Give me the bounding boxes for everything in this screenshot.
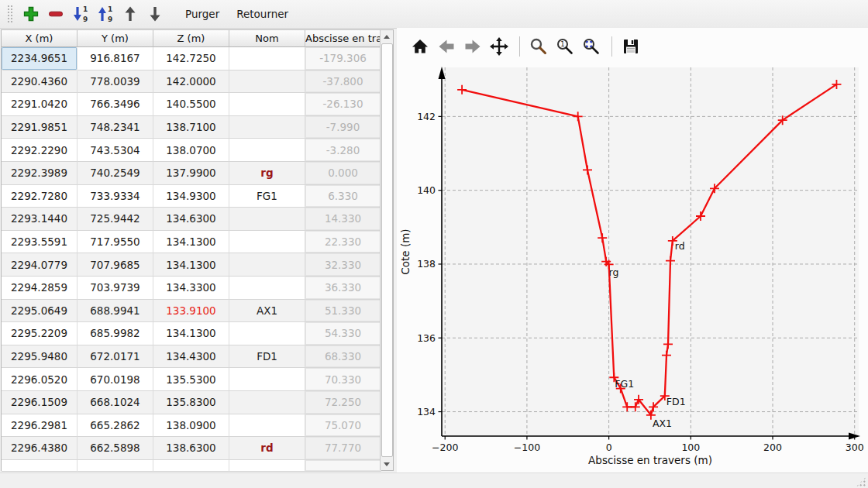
cell-absc[interactable]: 68.330 xyxy=(305,345,381,369)
cell-x[interactable]: 2294.2859 xyxy=(2,277,78,300)
profile-chart-canvas[interactable]: −200−1000100200300134136138140142Absciss… xyxy=(397,66,868,473)
cell-empty[interactable] xyxy=(229,460,305,472)
cell-nom[interactable] xyxy=(229,116,305,139)
zoom-rect-button[interactable] xyxy=(579,33,604,60)
cell-z[interactable]: 138.0900 xyxy=(153,414,229,438)
cell-x[interactable]: 2291.9851 xyxy=(2,116,78,139)
cell-absc[interactable]: 77.770 xyxy=(305,437,381,460)
cell-y[interactable]: 707.9685 xyxy=(78,253,153,277)
cell-absc[interactable]: 75.070 xyxy=(305,414,381,438)
cell-x[interactable]: 2296.4380 xyxy=(2,437,78,460)
zoom-original-button[interactable]: 1 xyxy=(553,33,577,60)
move-up-button[interactable] xyxy=(118,2,143,26)
cell-absc[interactable]: 36.330 xyxy=(305,277,381,300)
cell-nom[interactable] xyxy=(229,93,305,116)
cell-y[interactable]: 668.1024 xyxy=(78,391,153,414)
cell-absc[interactable]: 0.000 xyxy=(305,162,381,185)
cell-nom[interactable] xyxy=(229,47,305,70)
cell-absc[interactable]: 14.330 xyxy=(305,208,381,231)
cell-z[interactable]: 138.0700 xyxy=(153,139,229,162)
cell-z[interactable]: 142.0000 xyxy=(153,70,229,94)
table-vertical-scrollbar[interactable] xyxy=(380,30,393,470)
cell-y[interactable]: 688.9941 xyxy=(78,300,153,323)
cell-nom[interactable]: FG1 xyxy=(229,185,305,208)
add-row-button[interactable] xyxy=(19,2,43,26)
cell-x[interactable]: 2234.9651 xyxy=(2,47,78,70)
toolbar-drag-handle[interactable] xyxy=(6,4,12,24)
cell-z[interactable]: 134.6300 xyxy=(153,208,229,231)
cell-nom[interactable]: rd xyxy=(229,437,305,460)
cell-nom[interactable]: AX1 xyxy=(229,300,305,323)
cell-y[interactable]: 662.5898 xyxy=(78,437,153,460)
remove-row-button[interactable] xyxy=(43,2,68,26)
cell-x[interactable]: 2295.9480 xyxy=(2,345,78,369)
cell-z[interactable]: 138.6300 xyxy=(153,437,229,460)
cell-y[interactable]: 740.2549 xyxy=(78,162,153,185)
scrollbar-thumb[interactable] xyxy=(381,43,393,457)
scroll-up-button[interactable] xyxy=(381,30,393,43)
cell-z[interactable]: 134.9300 xyxy=(153,185,229,208)
cell-z[interactable]: 140.5500 xyxy=(153,93,229,116)
header-abscisse[interactable]: Abscisse en travers xyxy=(305,30,381,47)
cell-x[interactable]: 2293.1440 xyxy=(2,208,78,231)
cell-nom[interactable] xyxy=(229,414,305,438)
scroll-down-button[interactable] xyxy=(381,458,393,470)
cell-x[interactable]: 2292.7280 xyxy=(2,185,78,208)
cell-empty[interactable] xyxy=(78,460,153,472)
sort-ascending-button[interactable]: 1 9 xyxy=(93,2,118,26)
cell-absc[interactable]: -7.990 xyxy=(305,116,381,139)
resize-grip[interactable] xyxy=(856,476,866,487)
cell-x[interactable]: 2292.2290 xyxy=(2,139,78,162)
cell-absc[interactable]: 72.250 xyxy=(305,391,381,414)
cell-absc[interactable]: 22.330 xyxy=(305,231,381,254)
cell-y[interactable]: 748.2341 xyxy=(78,116,153,139)
cell-nom[interactable] xyxy=(229,208,305,231)
cell-empty[interactable] xyxy=(153,460,229,472)
header-z[interactable]: Z (m) xyxy=(153,30,229,47)
cell-z[interactable]: 134.1300 xyxy=(153,322,229,345)
cell-z[interactable]: 134.4300 xyxy=(153,345,229,369)
forward-button[interactable] xyxy=(460,33,485,60)
cell-nom[interactable] xyxy=(229,253,305,277)
cell-y[interactable]: 916.8167 xyxy=(78,47,153,70)
cell-z[interactable]: 135.5300 xyxy=(153,368,229,391)
cell-y[interactable]: 685.9982 xyxy=(78,322,153,345)
cell-empty[interactable] xyxy=(305,460,381,472)
cell-absc[interactable]: 51.330 xyxy=(305,300,381,323)
cell-y[interactable]: 766.3496 xyxy=(78,93,153,116)
cell-z[interactable]: 134.3300 xyxy=(153,277,229,300)
header-x[interactable]: X (m) xyxy=(2,30,78,47)
cell-x[interactable]: 2296.1509 xyxy=(2,391,78,414)
cell-absc[interactable]: 6.330 xyxy=(305,185,381,208)
cell-z[interactable]: 142.7250 xyxy=(153,47,229,70)
cell-nom[interactable]: rg xyxy=(229,162,305,185)
cell-nom[interactable] xyxy=(229,391,305,414)
cell-absc[interactable]: -179.306 xyxy=(305,47,381,70)
cell-y[interactable]: 665.2862 xyxy=(78,414,153,438)
cell-x[interactable]: 2292.3989 xyxy=(2,162,78,185)
cell-z[interactable]: 138.7100 xyxy=(153,116,229,139)
cell-z[interactable]: 134.1300 xyxy=(153,231,229,254)
cell-y[interactable]: 725.9442 xyxy=(78,208,153,231)
sort-descending-button[interactable]: 1 9 xyxy=(68,2,93,26)
cell-y[interactable]: 733.9334 xyxy=(78,185,153,208)
cell-x[interactable]: 2290.4360 xyxy=(2,70,78,94)
header-y[interactable]: Y (m) xyxy=(78,30,153,47)
cell-z[interactable]: 133.9100 xyxy=(153,300,229,323)
cell-x[interactable]: 2291.0420 xyxy=(2,93,78,116)
cell-absc[interactable]: 54.330 xyxy=(305,322,381,345)
cell-nom[interactable]: FD1 xyxy=(229,345,305,369)
cell-empty[interactable] xyxy=(2,460,78,472)
cell-absc[interactable]: -37.800 xyxy=(305,70,381,94)
cell-x[interactable]: 2295.0649 xyxy=(2,300,78,323)
cell-y[interactable]: 717.9550 xyxy=(78,231,153,254)
home-button[interactable] xyxy=(408,33,432,60)
cell-z[interactable]: 137.9900 xyxy=(153,162,229,185)
retourner-button[interactable]: Retourner xyxy=(228,4,297,24)
cell-nom[interactable] xyxy=(229,139,305,162)
zoom-button[interactable] xyxy=(526,33,551,60)
pan-button[interactable] xyxy=(487,33,512,60)
cell-nom[interactable] xyxy=(229,231,305,254)
header-nom[interactable]: Nom xyxy=(229,30,305,47)
cell-z[interactable]: 134.1300 xyxy=(153,253,229,277)
